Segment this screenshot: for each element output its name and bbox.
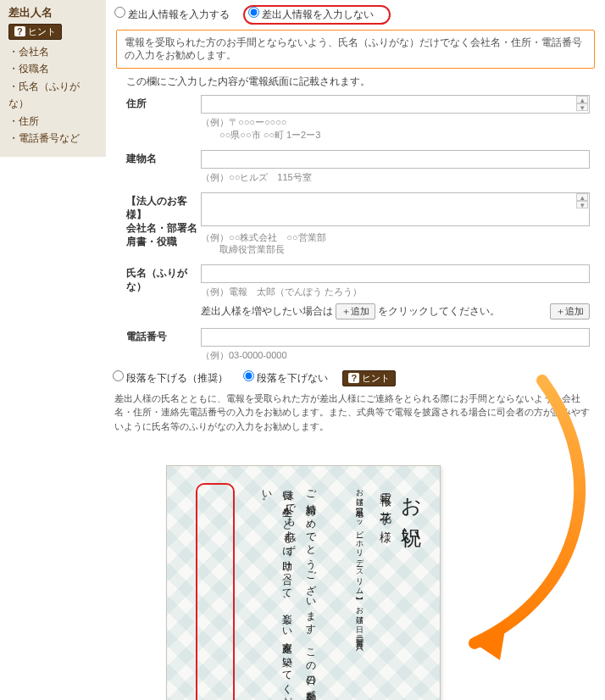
label-company: 【法人のお客様】 会社名・部署名 肩書・役職 [114,192,201,249]
preview-body-line: 長い人生をともに助け合って、楽しい家庭を築いてください。 [257,483,297,700]
question-icon: ? [348,373,359,383]
preview-recipient: 電報 花子 様 [377,483,392,700]
preview-title: お祝い [397,483,425,700]
radio-input[interactable] [113,370,124,381]
preview-area: お祝い 電報 花子 様 お届け台紙名【ハッピーホリデースリム】 お届け日 二〇二… [0,440,605,700]
example-text: （例）電報 太郎（でんぽう たろう） [201,286,590,298]
add-instruction: 差出人様を増やしたい場合は ＋追加 をクリックしてください。 [201,303,500,319]
add-button-inline[interactable]: ＋追加 [336,303,375,319]
sidebar-title: 差出人名 [8,5,99,20]
radio-input[interactable] [243,370,254,381]
label-name: 氏名（ふりがな） [114,264,201,293]
example-text: （例）○○株式会社 ○○営業部 取締役営業部長 [201,231,590,257]
sender-info-radio-group: 差出人情報を入力する 差出人情報を入力しない [114,5,598,25]
highlighted-option: 差出人情報を入力しない [243,5,391,25]
paragraph-indent-radio-group: 段落を下げる（推奨） 段落を下げない ?ヒント [113,370,598,386]
example-text: （例）〒○○○ー○○○○ ○○県○○市 ○○町 1ー2ー3 [201,116,590,142]
question-icon: ? [14,26,25,36]
sidebar-item: ・電話番号など [8,130,99,147]
stepper-icon[interactable]: ▴▾ [576,96,588,111]
sidebar: 差出人名 ?ヒント ・会社名 ・役職名 ・氏名（ふりがな） ・住所 ・電話番号な… [0,0,106,157]
radio-sender-noinput[interactable]: 差出人情報を入力しない [248,8,374,20]
sender-area-highlight [196,483,235,700]
sidebar-list: ・会社名 ・役職名 ・氏名（ふりがな） ・住所 ・電話番号など [8,43,99,147]
tel-input[interactable] [201,328,590,347]
radio-indent-down[interactable]: 段落を下げる（推奨） [113,372,231,384]
recommendation-note: 電報を受取られた方のお手間とならないよう、氏名（ふりがな）だけでなく会社名・住所… [116,30,595,69]
hint-button-sidebar[interactable]: ?ヒント [8,24,62,40]
sidebar-item: ・役職名 [8,60,99,77]
radio-sender-input[interactable]: 差出人情報を入力する [114,8,233,20]
stepper-icon[interactable]: ▴▾ [576,193,588,208]
sidebar-item: ・会社名 [8,43,99,60]
name-input[interactable] [201,264,590,283]
svg-marker-0 [475,619,507,660]
hint-button-indent[interactable]: ?ヒント [342,370,396,386]
footer-note: 差出人様の氏名とともに、電報を受取られた方が差出人様にご連絡をとられる際にお手間… [114,392,591,434]
lead-text: この欄にご入力した内容が電報紙面に記載されます。 [126,75,598,88]
company-input[interactable] [201,192,590,226]
radio-input[interactable] [114,7,125,18]
building-input[interactable] [201,150,590,169]
radio-indent-nodown[interactable]: 段落を下げない [243,372,331,384]
sender-form: 住所 ▴▾ （例）〒○○○ー○○○○ ○○県○○市 ○○町 1ー2ー3 建物名 [114,95,598,362]
add-button[interactable]: ＋追加 [550,303,590,319]
radio-input[interactable] [248,7,259,18]
address-input[interactable] [201,95,590,114]
sidebar-item: ・住所 [8,113,99,130]
preview-meta: お届け台紙名【ハッピーホリデースリム】 お届け日 二〇二〇年一月一六日 [354,483,365,700]
label-address: 住所 [114,95,201,110]
telegram-preview-card: お祝い 電報 花子 様 お届け台紙名【ハッピーホリデースリム】 お届け日 二〇二… [166,465,441,700]
example-text: （例）03-0000-0000 [201,349,590,362]
sidebar-item: ・氏名（ふりがな） [8,78,99,113]
example-text: （例）○○ヒルズ 115号室 [201,171,590,184]
label-tel: 電話番号 [114,328,201,343]
label-building: 建物名 [114,150,201,165]
